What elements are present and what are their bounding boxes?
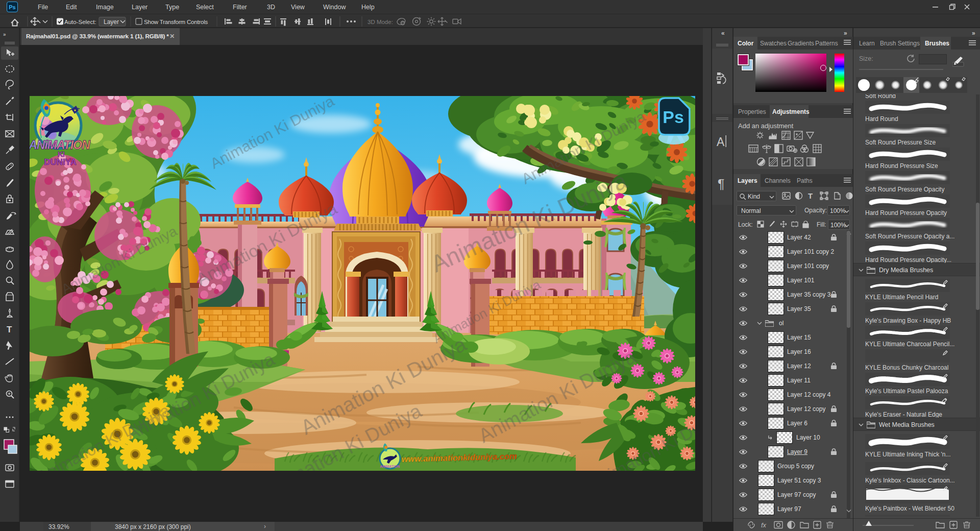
svg-text:T: T	[7, 325, 12, 334]
svg-text:fx: fx	[761, 521, 767, 529]
svg-text:¶: ¶	[718, 177, 724, 191]
svg-text:A: A	[717, 135, 725, 149]
svg-text:Layer: Layer	[104, 18, 119, 26]
svg-text:»: »	[3, 32, 6, 37]
svg-text:ANIMATION: ANIMATION	[380, 465, 400, 468]
svg-text:3D Mode:: 3D Mode:	[368, 19, 393, 25]
svg-text:Ps: Ps	[663, 107, 684, 127]
svg-text:Show Transform Controls: Show Transform Controls	[144, 19, 208, 25]
svg-text:Auto-Select:: Auto-Select:	[64, 19, 96, 25]
svg-text:DUNIYA: DUNIYA	[44, 157, 77, 167]
svg-text:T: T	[808, 191, 813, 200]
